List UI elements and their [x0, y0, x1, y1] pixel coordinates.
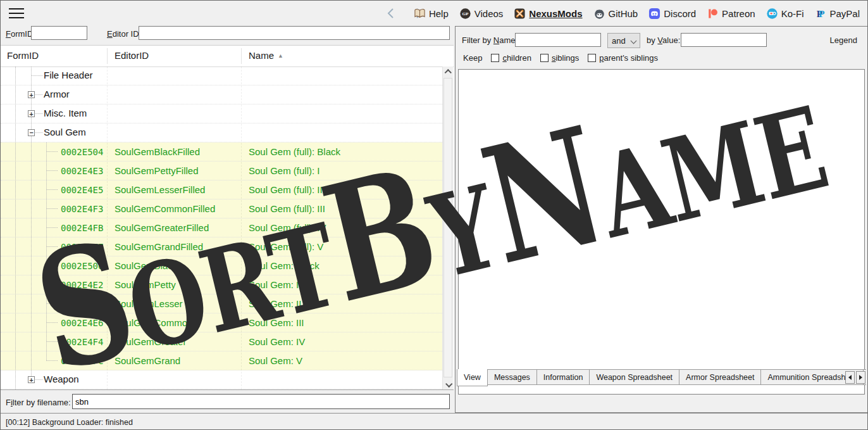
tree-connector	[46, 265, 58, 266]
keep-s-option[interactable]: siblings	[540, 53, 579, 63]
cell-editorid: SoulGemCommonFilled	[115, 203, 215, 214]
legend-link[interactable]: Legend	[830, 35, 857, 45]
nexusmods-icon	[514, 8, 526, 20]
filter-operator-dropdown[interactable]: and	[607, 33, 640, 48]
patreon-link[interactable]: Patreon	[707, 8, 755, 20]
column-header-name[interactable]: Name▲	[249, 50, 283, 61]
expand-plus-icon[interactable]: +	[28, 91, 35, 98]
column-header-formid[interactable]: FormID	[7, 50, 39, 61]
record-row[interactable]: 0002E4E6SoulGemCommonSoul Gem: III	[1, 313, 442, 332]
tab-scroll-right-button[interactable]	[856, 371, 865, 384]
triangle-left-icon	[848, 375, 852, 380]
tree-group-row[interactable]: +Misc. Item	[1, 104, 442, 123]
tab-view[interactable]: View	[457, 369, 488, 386]
editorid-filter-label: Editor ID	[107, 29, 139, 39]
nexusmods-link[interactable]: NexusMods	[514, 8, 582, 20]
discord-link[interactable]: Discord	[648, 8, 696, 20]
records-table: FormID EditorID Name▲ File Header+Armor+…	[1, 45, 454, 390]
expand-plus-icon[interactable]: +	[28, 376, 35, 383]
svg-text:P: P	[819, 8, 825, 19]
toolbar-link-label: PayPal	[829, 8, 860, 19]
hamburger-menu-icon[interactable]	[9, 8, 24, 18]
record-row[interactable]: 0002E4E5SoulGemLesserFilledSoul Gem (ful…	[1, 180, 442, 199]
tab-weapon-spreadsheet[interactable]: Weapon Spreadsheet	[589, 369, 679, 385]
checkbox[interactable]	[540, 54, 549, 62]
record-row[interactable]: 0002E4E3SoulGemPettyFilledSoul Gem (full…	[1, 161, 442, 180]
github-link[interactable]: GitHub	[593, 8, 638, 20]
cell-editorid: SoulGemLesser	[115, 298, 183, 309]
tree-guide-line	[107, 66, 108, 389]
cell-name: Soul Gem (full): II	[249, 184, 323, 195]
group-label: Armor	[44, 89, 70, 99]
keep-p-option[interactable]: parent's siblings	[588, 53, 658, 63]
collapse-minus-icon[interactable]: −	[28, 129, 35, 136]
tree-group-row[interactable]: +Weapon	[1, 370, 442, 389]
record-row[interactable]: 0002E500SoulGemBlackSoul Gem: Black	[1, 256, 442, 275]
toolbar-link-label: NexusMods	[529, 8, 582, 19]
tab-messages[interactable]: Messages	[487, 369, 537, 385]
cell-editorid: SoulGemGreater	[115, 336, 186, 347]
record-row[interactable]: 0002E4E4SoulGemLesserSoul Gem: II	[1, 294, 442, 313]
tree-connector	[46, 303, 58, 304]
checkbox[interactable]	[588, 54, 596, 62]
column-divider	[241, 48, 242, 64]
toolbar-links: HelpGPVideosNexusModsGitHubDiscordPatreo…	[414, 1, 860, 26]
filter-by-value-input[interactable]	[681, 33, 767, 47]
scrollbar-thumb[interactable]	[443, 78, 452, 377]
cell-formid: 0002E4E4	[61, 299, 103, 309]
cell-name: Soul Gem: IV	[249, 336, 305, 347]
vertical-scrollbar[interactable]	[442, 66, 453, 389]
top-toolbar: HelpGPVideosNexusModsGitHubDiscordPatreo…	[1, 1, 867, 26]
formid-filter-input[interactable]	[31, 26, 87, 40]
ko-fi-link[interactable]: Ko-Fi	[766, 8, 804, 20]
tab-scroll-buttons	[845, 371, 865, 384]
expand-plus-icon[interactable]: +	[28, 110, 35, 117]
filter-by-name-input[interactable]	[515, 33, 601, 47]
videos-link[interactable]: GPVideos	[459, 8, 504, 20]
cell-editorid: SoulGemPetty	[115, 279, 176, 290]
record-row[interactable]: 0002E4F4SoulGemGreaterSoul Gem: IV	[1, 332, 442, 351]
tree-guide-line	[15, 66, 16, 389]
column-header-editorid[interactable]: EditorID	[115, 50, 149, 61]
paypal-link[interactable]: PPPayPal	[814, 8, 860, 20]
help-link[interactable]: Help	[414, 8, 449, 20]
chevron-down-icon	[445, 380, 452, 387]
filter-operator-value: and	[612, 36, 626, 46]
checkbox[interactable]	[491, 54, 499, 62]
record-row[interactable]: 0002E504SoulGemBlackFilledSoul Gem (full…	[1, 142, 442, 161]
keep-options-row: Keep childrensiblingsparent's siblings	[463, 53, 658, 63]
tree-connector	[46, 322, 58, 323]
tab-armor-spreadsheet[interactable]: Armor Spreadsheet	[679, 369, 761, 385]
tree-group-row[interactable]: File Header	[1, 66, 442, 85]
tree-guide-line	[46, 142, 47, 361]
app-window: HelpGPVideosNexusModsGitHubDiscordPatreo…	[0, 0, 868, 430]
record-row[interactable]: 0002E4FCSoulGemGrandSoul Gem: V	[1, 351, 442, 370]
checkbox-label: siblings	[552, 53, 579, 63]
record-row[interactable]: 0002E4FFSoulGemGrandFilledSoul Gem (full…	[1, 237, 442, 256]
record-row[interactable]: 0002E4FBSoulGemGreaterFilledSoul Gem (fu…	[1, 218, 442, 237]
group-label: Misc. Item	[44, 108, 87, 118]
tree-group-row[interactable]: +Armor	[1, 85, 442, 104]
cell-formid: 0002E4FC	[61, 356, 103, 366]
editorid-filter-input[interactable]	[139, 26, 450, 40]
record-row[interactable]: 0002E4F3SoulGemCommonFilledSoul Gem (ful…	[1, 199, 442, 218]
cell-name: Soul Gem: I	[249, 279, 299, 290]
scroll-down-button[interactable]	[443, 379, 454, 389]
tree-connector	[46, 151, 58, 152]
scroll-up-button[interactable]	[443, 66, 454, 77]
record-row[interactable]: 0002E4E2SoulGemPettySoul Gem: I	[1, 275, 442, 294]
discord-icon	[648, 8, 660, 20]
tree-connector	[46, 227, 58, 228]
keep-label: Keep	[463, 53, 482, 63]
kofi-icon	[766, 8, 778, 20]
tab-information[interactable]: Information	[536, 369, 590, 385]
keep-c-option[interactable]: children	[491, 53, 531, 63]
cell-name: Soul Gem: Black	[249, 260, 319, 271]
cell-editorid: SoulGemLesserFilled	[115, 184, 205, 195]
group-label: Weapon	[44, 374, 79, 384]
tree-group-row[interactable]: −Soul Gem	[1, 123, 442, 142]
filename-filter-input[interactable]	[72, 394, 450, 409]
back-button[interactable]	[384, 6, 398, 21]
tab-scroll-left-button[interactable]	[845, 371, 855, 384]
help-book-icon	[414, 8, 426, 20]
